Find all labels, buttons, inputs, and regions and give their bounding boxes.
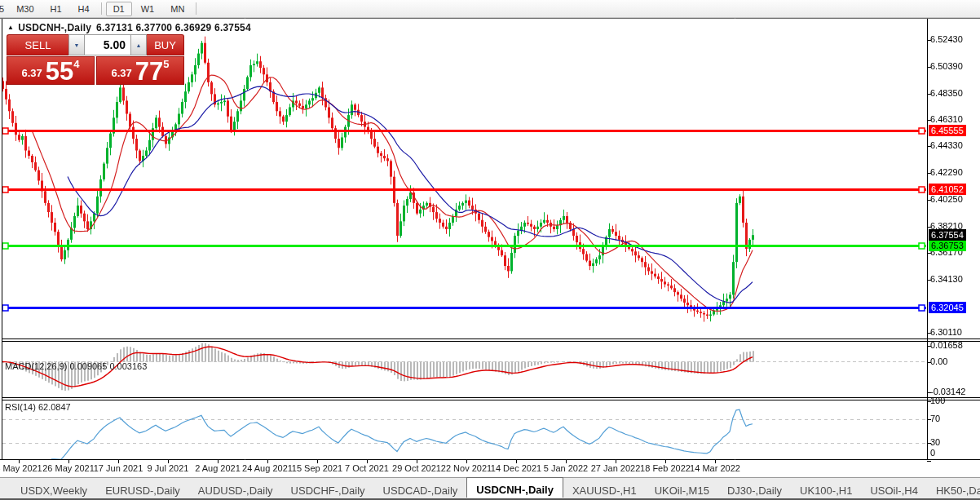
date-axis-label: 26 May 2021 xyxy=(42,463,95,473)
volume-increase-button[interactable]: ▲ xyxy=(130,34,147,55)
price-axis-tick: 6.48350 xyxy=(930,88,963,99)
symbol-tab-eurusd[interactable]: EURUSD-,Daily xyxy=(96,478,189,498)
date-axis-label: 14 Mar 2022 xyxy=(690,463,740,473)
sell-price-box[interactable]: 6.37 55 4 xyxy=(7,56,95,85)
rsi-axis-tick: 30 xyxy=(930,437,940,448)
timeframe-button-h1[interactable]: H1 xyxy=(43,2,69,16)
price-axis-tick: 6.46310 xyxy=(930,114,963,125)
symbol-tabbar: USDX,WeeklyEURUSD-,DailyAUDUSD-,DailyUSD… xyxy=(0,477,980,500)
date-axis-label: 9 Jul 2021 xyxy=(148,463,189,473)
date-axis-label: 2 Aug 2021 xyxy=(195,463,241,473)
symbol-tab-uk100[interactable]: UK100-,H1 xyxy=(791,478,861,498)
price-axis-tick: 6.52430 xyxy=(930,34,963,45)
date-axis-label: 15 Sep 2021 xyxy=(292,463,342,473)
symbol-tab-hk50[interactable]: HK50-,Daily xyxy=(927,478,980,498)
chart-ohlc-values: 6.37131 6.37700 6.36929 6.37554 xyxy=(96,22,251,33)
rsi-indicator-label: RSI(14) 62.0847 xyxy=(5,402,71,412)
toolbar-separator xyxy=(101,2,102,15)
date-axis-label: 4 May 2021 xyxy=(0,463,42,473)
chart-title: ▲USDCNH-,Daily6.37131 6.37700 6.36929 6.… xyxy=(7,22,251,33)
support-line-green-price-badge: 6.36753 xyxy=(929,240,966,251)
buy-price-sup: 5 xyxy=(163,58,169,70)
rsi-axis-tick: 70 xyxy=(930,414,940,424)
macd-axis-tick: 0.01658 xyxy=(930,340,963,351)
symbol-tab-audusd[interactable]: AUDUSD-,Daily xyxy=(189,478,282,498)
buy-price-small: 6.37 xyxy=(111,67,131,79)
macd-axis-tick: 0.00 xyxy=(930,356,947,367)
price-axis-tick: 6.40250 xyxy=(930,194,963,205)
timeframe-button-d1[interactable]: D1 xyxy=(106,2,132,16)
date-axis-label: 29 Oct 2021 xyxy=(392,463,441,473)
timeframe-button-m30[interactable]: M30 xyxy=(9,2,41,16)
price-chart-canvas[interactable] xyxy=(0,18,980,477)
date-axis-label: 17 Jun 2021 xyxy=(94,463,143,473)
collapse-triangle-icon[interactable]: ▲ xyxy=(7,24,14,31)
sell-price-big: 55 xyxy=(46,60,73,82)
price-axis-tick: 6.42290 xyxy=(930,167,963,178)
one-click-trading-panel: SELL ▼ ▲ BUY 6.37 55 4 6.37 77 5 xyxy=(7,34,184,85)
volume-decrease-button[interactable]: ▼ xyxy=(68,34,85,55)
symbol-tab-usdchf[interactable]: USDCHF-,Daily xyxy=(282,478,374,498)
spin-up-icon: ▲ xyxy=(136,42,142,48)
chart-symbol-period: USDCNH-,Daily xyxy=(18,22,91,33)
price-axis-tick: 6.44330 xyxy=(930,140,963,151)
rsi-axis-tick: 0 xyxy=(930,448,935,458)
current-price-badge: 6.37554 xyxy=(929,229,966,241)
date-axis-label: 22 Nov 2021 xyxy=(441,463,492,473)
date-axis-label: 18 Feb 2022 xyxy=(640,463,691,473)
timeframe-button-mn[interactable]: MN xyxy=(163,2,192,16)
symbol-tab-usoil[interactable]: USOil-,H4 xyxy=(861,478,927,498)
buy-price-big: 77 xyxy=(135,60,163,82)
symbol-tab-usdcnh[interactable]: USDCNH-,Daily xyxy=(466,477,563,498)
sell-button[interactable]: SELL xyxy=(7,34,68,55)
date-axis-label: 24 Aug 2021 xyxy=(242,463,293,473)
spin-down-icon: ▼ xyxy=(74,42,80,48)
symbol-tab-usdcad[interactable]: USDCAD-,Daily xyxy=(374,478,467,498)
chart-area[interactable]: ▲USDCNH-,Daily6.37131 6.37700 6.36929 6.… xyxy=(0,18,980,477)
mt4-terminal: { "toolbar": { "items": ["5", "M30", "H1… xyxy=(0,0,980,500)
rsi-axis-tick: 100 xyxy=(930,396,945,406)
macd-indicator-label: MACD(12,26,9) 0.009065 0.003163 xyxy=(5,361,147,371)
price-axis-tick: 6.34130 xyxy=(930,274,963,285)
price-axis-tick: 6.30110 xyxy=(930,327,962,338)
symbol-tab-xauusd[interactable]: XAUUSD-,H1 xyxy=(563,478,646,498)
date-axis-label: 27 Jan 2022 xyxy=(591,463,641,473)
timeframe-button-h4[interactable]: H4 xyxy=(71,2,97,16)
sell-price-sup: 4 xyxy=(73,58,79,70)
symbol-tab-dj30[interactable]: DJ30-,Daily xyxy=(718,478,791,498)
toolbar-separator xyxy=(196,2,196,15)
symbol-tab-usdx[interactable]: USDX,Weekly xyxy=(11,478,96,498)
date-axis-label: 7 Oct 2021 xyxy=(345,463,389,473)
buy-button[interactable]: BUY xyxy=(147,34,184,55)
sell-price-small: 6.37 xyxy=(21,67,42,79)
buy-price-box[interactable]: 6.37 77 5 xyxy=(96,56,184,85)
timeframe-toolbar: 5M30H1H4D1W1MN xyxy=(0,0,980,18)
support-line-blue-price-badge: 6.32045 xyxy=(929,302,966,313)
date-axis-label: 5 Jan 2022 xyxy=(544,463,588,473)
symbol-tab-ukoil[interactable]: UKOil-,M15 xyxy=(646,478,718,498)
volume-input[interactable] xyxy=(85,34,130,55)
price-axis-tick: 6.50390 xyxy=(930,61,963,72)
timeframe-button-5[interactable]: 5 xyxy=(0,2,7,16)
resistance-line-lower-price-badge: 6.41052 xyxy=(929,184,966,195)
timeframe-button-w1[interactable]: W1 xyxy=(134,2,162,16)
date-axis-label: 14 Dec 2021 xyxy=(491,463,541,473)
resistance-line-upper-price-badge: 6.45555 xyxy=(929,125,966,136)
